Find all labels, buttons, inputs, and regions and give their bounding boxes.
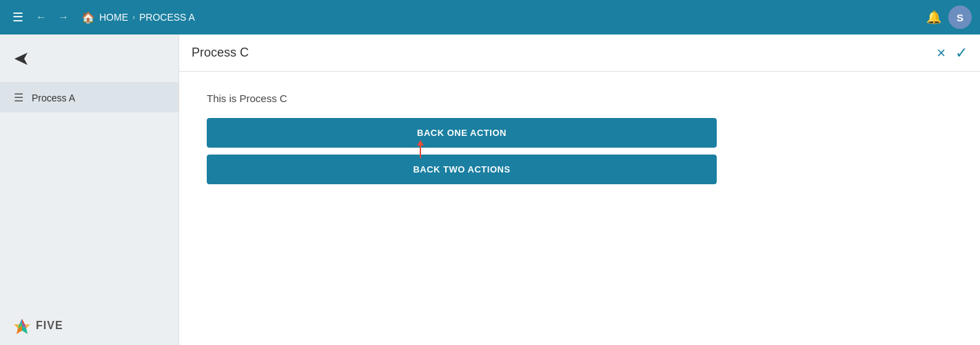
forward-button[interactable]: → — [55, 8, 72, 27]
user-avatar[interactable]: S — [948, 6, 972, 29]
panel-close-button[interactable]: × — [937, 46, 946, 61]
five-logo-text: FIVE — [36, 319, 63, 332]
notification-bell-icon[interactable]: 🔔 — [926, 10, 941, 25]
sidebar-item-icon: ☰ — [14, 91, 23, 104]
sidebar-bottom: FIVE — [0, 306, 178, 345]
main-content: Process C × ✓ This is Process C BACK ONE… — [179, 34, 980, 345]
breadcrumb: 🏠 HOME › PROCESS A — [81, 11, 195, 24]
panel-body: This is Process C BACK ONE ACTION BACK T… — [179, 72, 980, 205]
sidebar-item-process-a[interactable]: ☰ Process A — [0, 83, 178, 112]
sidebar-share-area: ➤ — [0, 34, 178, 83]
panel-header: Process C × ✓ — [179, 34, 980, 72]
process-description: This is Process C — [207, 92, 952, 104]
panel-title: Process C — [192, 46, 249, 60]
back-button[interactable]: ← — [33, 8, 50, 27]
arrow-annotation — [410, 139, 431, 159]
home-icon: 🏠 — [81, 11, 95, 24]
panel-confirm-button[interactable]: ✓ — [955, 46, 968, 61]
five-logo: FIVE — [12, 316, 63, 335]
sidebar-item-label: Process A — [32, 92, 75, 103]
home-link[interactable]: HOME — [99, 12, 128, 23]
panel-header-actions: × ✓ — [937, 46, 968, 61]
topbar-right: 🔔 S — [926, 6, 972, 29]
breadcrumb-current: PROCESS A — [139, 12, 195, 23]
five-logo-icon — [12, 316, 32, 335]
back-two-actions-button[interactable]: BACK TWO ACTIONS — [207, 155, 717, 184]
back-one-action-button[interactable]: BACK ONE ACTION — [207, 118, 717, 148]
layout: ➤ ☰ Process A FIVE — [0, 34, 980, 345]
breadcrumb-separator: › — [132, 12, 135, 22]
menu-icon[interactable]: ☰ — [8, 7, 28, 28]
process-panel: Process C × ✓ This is Process C BACK ONE… — [179, 34, 980, 345]
action-buttons-container: BACK ONE ACTION BACK TWO ACTIONS — [207, 118, 717, 184]
share-icon[interactable]: ➤ — [14, 47, 30, 70]
topbar: ☰ ← → 🏠 HOME › PROCESS A 🔔 S — [0, 0, 980, 34]
svg-marker-2 — [417, 140, 424, 146]
sidebar: ➤ ☰ Process A FIVE — [0, 34, 179, 345]
action-buttons: BACK ONE ACTION BACK TWO ACTIONS — [207, 118, 717, 184]
